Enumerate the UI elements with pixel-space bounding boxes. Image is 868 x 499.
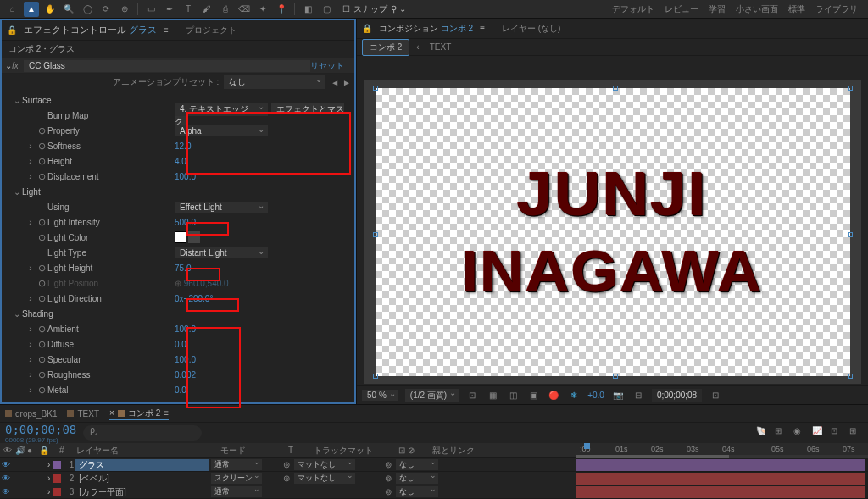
selection-handle[interactable]	[373, 232, 378, 237]
eyedropper-icon[interactable]	[188, 231, 200, 243]
workspace-tab[interactable]: デフォルト	[612, 3, 654, 15]
group-shading[interactable]: ⌄Shading	[2, 306, 354, 321]
col-toggle-icon[interactable]: ⊡ ⊘	[395, 446, 429, 455]
selection-handle[interactable]	[373, 374, 378, 379]
brush-tool-icon[interactable]: 🖌	[199, 2, 214, 17]
text-tool-icon[interactable]: T	[181, 2, 196, 17]
home-icon[interactable]: ⌂	[5, 2, 20, 17]
caret-icon[interactable]: ›	[47, 474, 50, 483]
eraser-tool-icon[interactable]: ⌫	[236, 2, 252, 17]
trackmatte-dropdown[interactable]: マットなし	[294, 473, 355, 484]
pen-tool-icon[interactable]: ✒	[162, 2, 177, 17]
shy-icon[interactable]: 🐚	[756, 426, 770, 440]
bump-map-dropdown[interactable]: 4. テキストエッジ	[175, 103, 268, 116]
workspace-tab[interactable]: 学習	[709, 3, 726, 15]
rect-tool-icon[interactable]: ▭	[143, 2, 159, 17]
zoom-tool-icon[interactable]: 🔍	[61, 2, 76, 17]
puppet-tool-icon[interactable]: 📍	[274, 2, 289, 17]
snap-toggle[interactable]: ☐スナップ⚲ ⌄	[342, 3, 406, 15]
layer-bar[interactable]	[576, 486, 865, 498]
roto-tool-icon[interactable]: ✦	[255, 2, 270, 17]
layer-bar[interactable]	[576, 459, 865, 471]
panel-menu-icon[interactable]: ≡	[164, 25, 169, 35]
lock-icon[interactable]: 🔒	[362, 24, 372, 33]
fx-toggle-icon[interactable]: fx	[12, 61, 24, 70]
col-lock-icon[interactable]: 🔒	[36, 446, 47, 455]
blend-mode-dropdown[interactable]: 通常	[211, 486, 262, 497]
parent-dropdown[interactable]: なし	[396, 459, 438, 470]
blend-mode-dropdown[interactable]: 通常	[211, 459, 262, 470]
motion-blur-icon[interactable]: ◉	[793, 426, 807, 440]
blend-mode-dropdown[interactable]: スクリーン	[211, 473, 262, 484]
preset-next-icon[interactable]: ►	[342, 78, 351, 87]
draft-3d-icon[interactable]: ⊡	[831, 426, 844, 440]
lock-icon[interactable]: 🔒	[7, 25, 17, 35]
fill-swatch-icon[interactable]: ◧	[300, 2, 315, 17]
composition-viewer[interactable]: JUNJI INAGAWA	[364, 80, 861, 384]
timeline-search-input[interactable]: ρ‸	[83, 425, 202, 441]
layer-name[interactable]: [カラー平面]	[75, 486, 209, 498]
workspace-tab[interactable]: 標準	[788, 3, 805, 15]
workspace-tab[interactable]: 小さい画面	[736, 3, 778, 15]
selection-handle[interactable]	[613, 86, 618, 91]
caret-icon[interactable]: ⌄	[5, 61, 12, 70]
timeline-tab[interactable]: × コンポ 2 ≡	[109, 408, 169, 420]
pickwhip-icon[interactable]: ⊚	[281, 474, 292, 483]
selection-handle[interactable]	[848, 374, 853, 379]
timeline-track-area[interactable]: :00 01s 02s 03s 04s 05s 06s 07s	[576, 443, 868, 499]
trackmatte-dropdown[interactable]: マットなし	[294, 459, 355, 470]
softness-value[interactable]: 12.0	[175, 141, 191, 151]
time-ruler[interactable]: :00 01s 02s 03s 04s 05s 06s 07s	[576, 443, 868, 458]
light-height-value[interactable]: 75.0	[175, 263, 191, 273]
eye-icon[interactable]: 👁	[0, 487, 12, 496]
channel-icon[interactable]: 🔴	[547, 389, 560, 402]
comp-tab[interactable]: コンポ 2	[362, 39, 409, 56]
timeline-tab[interactable]: drops_BK1	[5, 409, 57, 419]
rotate-tool-icon[interactable]: ⟳	[98, 2, 114, 17]
layer-bar[interactable]	[576, 473, 865, 485]
project-tab[interactable]: プロジェクト	[186, 25, 236, 36]
selection-handle[interactable]	[848, 86, 853, 91]
using-dropdown[interactable]: Effect Light	[175, 202, 268, 213]
layer-color-swatch[interactable]	[53, 474, 61, 483]
exposure-value[interactable]: +0.0	[587, 391, 604, 400]
layer-color-swatch[interactable]	[53, 461, 61, 469]
pickwhip-icon[interactable]: ⊚	[382, 474, 394, 483]
viewer-timecode[interactable]: 0;00;00;08	[652, 389, 702, 402]
specular-value[interactable]: 100.0	[175, 355, 196, 364]
selection-handle[interactable]	[373, 86, 378, 91]
camera-icon[interactable]: ⊡	[709, 389, 722, 402]
col-vis-icon[interactable]: 👁	[0, 446, 12, 455]
stamp-tool-icon[interactable]: ⎙	[218, 2, 233, 17]
switches-icon[interactable]: ⊞	[849, 426, 863, 440]
show-snapshot-icon[interactable]: ⊟	[632, 389, 645, 402]
layer-row[interactable]: 👁 › 3 [カラー平面] 通常 ⊚ なし	[0, 485, 576, 499]
snapshot-icon[interactable]: 📷	[611, 389, 625, 402]
breadcrumb-item[interactable]: TEXT	[426, 42, 455, 52]
parent-dropdown[interactable]: なし	[396, 486, 438, 497]
pickwhip-icon[interactable]: ⊚	[281, 460, 292, 469]
group-light[interactable]: ⌄Light	[2, 184, 354, 199]
mask-icon[interactable]: ◫	[506, 389, 520, 402]
color-mgmt-icon[interactable]: ❄	[567, 389, 581, 402]
preset-dropdown[interactable]: なし	[224, 75, 326, 89]
resolution-dropdown[interactable]: (1/2 画質)	[405, 389, 459, 402]
effect-header-row[interactable]: ⌄ fx CC Glass リセット	[2, 58, 354, 74]
region-icon[interactable]: ▣	[526, 389, 540, 402]
metal-value[interactable]: 0.0	[175, 385, 186, 395]
layer-panel-tab[interactable]: レイヤー (なし)	[502, 23, 560, 35]
col-audio-icon[interactable]: 🔊	[12, 446, 24, 455]
effect-name[interactable]: CC Glass	[24, 60, 310, 72]
frame-blend-icon[interactable]: ⊞	[775, 426, 788, 440]
composition-canvas[interactable]: JUNJI INAGAWA	[376, 88, 850, 376]
selection-handle[interactable]	[848, 232, 853, 237]
selection-handle[interactable]	[613, 374, 618, 379]
property-dropdown[interactable]: Alpha	[175, 125, 268, 136]
stroke-swatch-icon[interactable]: ▢	[319, 2, 334, 17]
light-color-swatch[interactable]	[175, 231, 186, 243]
preset-prev-icon[interactable]: ◄	[331, 78, 339, 87]
transparency-grid-icon[interactable]: ▦	[486, 389, 499, 402]
layer-name[interactable]: [ベベル]	[75, 473, 209, 485]
layer-row[interactable]: 👁 › 1 グラス 通常 ⊚ マットなし ⊚ なし	[0, 458, 576, 472]
selection-tool-icon[interactable]: ▲	[24, 2, 39, 17]
